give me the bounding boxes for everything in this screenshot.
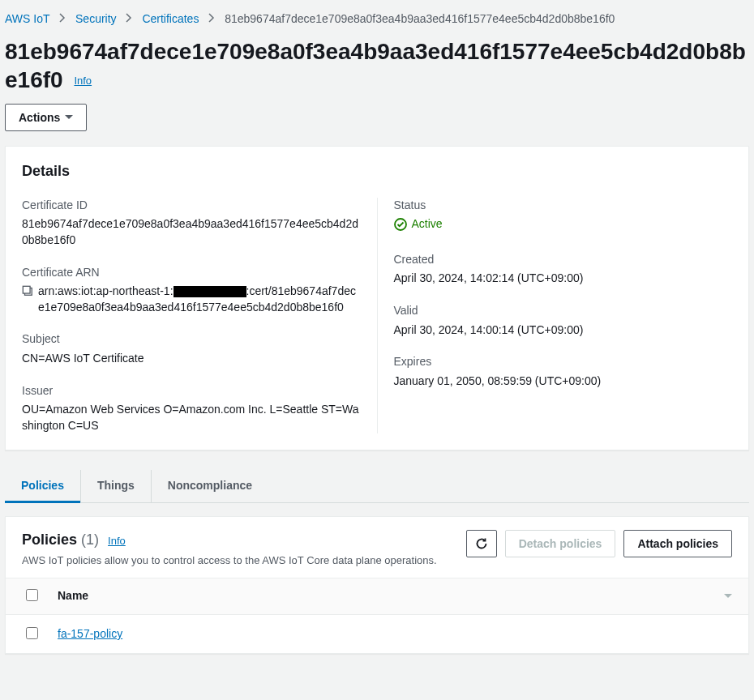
breadcrumb-aws-iot[interactable]: AWS IoT bbox=[5, 12, 49, 25]
created-label: Created bbox=[394, 252, 733, 268]
issuer-value: OU=Amazon Web Services O=Amazon.com Inc.… bbox=[22, 402, 361, 433]
name-header[interactable]: Name bbox=[41, 578, 748, 615]
page-title-text: 81eb9674af7dece1e709e8a0f3ea4b9aa3ed416f… bbox=[5, 39, 746, 92]
copy-icon[interactable] bbox=[22, 285, 33, 301]
chevron-right-icon bbox=[59, 11, 66, 28]
policies-title: Policies (1) bbox=[22, 531, 103, 548]
svg-rect-1 bbox=[23, 286, 30, 293]
row-checkbox[interactable] bbox=[26, 627, 38, 639]
actions-button[interactable]: Actions bbox=[5, 104, 87, 131]
cert-id-value: 81eb9674af7dece1e709e8a0f3ea4b9aa3ed416f… bbox=[22, 216, 361, 248]
subject-label: Subject bbox=[22, 331, 361, 348]
issuer-label: Issuer bbox=[22, 383, 361, 399]
chevron-right-icon bbox=[126, 11, 132, 28]
policies-info-link[interactable]: Info bbox=[108, 535, 126, 547]
select-all-checkbox[interactable] bbox=[26, 589, 38, 601]
expires-value: January 01, 2050, 08:59:59 (UTC+09:00) bbox=[394, 373, 733, 390]
table-row: fa-157-policy bbox=[6, 614, 748, 653]
valid-label: Valid bbox=[394, 303, 733, 319]
breadcrumb-current: 81eb9674af7dece1e709e8a0f3ea4b9aa3ed416f… bbox=[225, 12, 615, 25]
policy-link[interactable]: fa-157-policy bbox=[58, 627, 122, 640]
tab-policies[interactable]: Policies bbox=[5, 470, 81, 502]
created-value: April 30, 2024, 14:02:14 (UTC+09:00) bbox=[394, 271, 733, 287]
tab-things[interactable]: Things bbox=[81, 470, 152, 502]
redacted-account bbox=[174, 286, 246, 297]
breadcrumb: AWS IoT Security Certificates 81eb9674af… bbox=[5, 5, 749, 31]
status-value: Active bbox=[394, 216, 443, 233]
attach-policies-button[interactable]: Attach policies bbox=[623, 530, 732, 557]
details-heading: Details bbox=[6, 147, 748, 181]
divider bbox=[377, 198, 378, 434]
cert-id-label: Certificate ID bbox=[22, 198, 361, 214]
breadcrumb-certificates[interactable]: Certificates bbox=[142, 12, 199, 25]
refresh-button[interactable] bbox=[466, 530, 497, 557]
tab-noncompliance[interactable]: Noncompliance bbox=[152, 470, 268, 502]
expires-label: Expires bbox=[394, 354, 733, 370]
subject-value: CN=AWS IoT Certificate bbox=[22, 351, 361, 367]
cert-arn-label: Certificate ARN bbox=[22, 265, 361, 281]
actions-button-label: Actions bbox=[19, 111, 60, 124]
sort-caret-icon bbox=[724, 588, 732, 604]
policies-table: Name fa-157-policy bbox=[6, 578, 748, 653]
detach-policies-button: Detach policies bbox=[505, 530, 616, 557]
page-title: 81eb9674af7dece1e709e8a0f3ea4b9aa3ed416f… bbox=[5, 37, 749, 94]
status-label: Status bbox=[394, 198, 733, 214]
cert-arn-value: arn:aws:iot:ap-northeast-1::cert/81eb967… bbox=[38, 284, 361, 315]
breadcrumb-security[interactable]: Security bbox=[75, 12, 117, 25]
check-circle-icon bbox=[394, 218, 407, 231]
chevron-right-icon bbox=[208, 11, 215, 28]
policies-desc: AWS IoT policies allow you to control ac… bbox=[22, 553, 437, 568]
policies-panel: Policies (1) Info AWS IoT policies allow… bbox=[5, 516, 749, 655]
refresh-icon bbox=[475, 537, 488, 550]
valid-value: April 30, 2024, 14:00:14 (UTC+09:00) bbox=[394, 322, 733, 339]
caret-down-icon bbox=[65, 115, 73, 119]
policies-count: (1) bbox=[81, 531, 99, 548]
tabs: Policies Things Noncompliance bbox=[5, 470, 749, 503]
info-link[interactable]: Info bbox=[74, 75, 92, 87]
details-panel: Details Certificate ID 81eb9674af7dece1e… bbox=[5, 146, 749, 451]
